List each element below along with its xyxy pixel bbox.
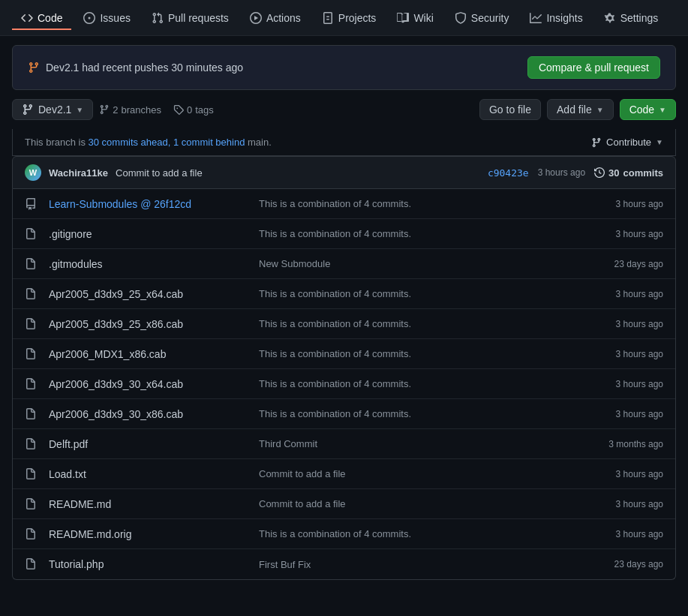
nav-label-pr: Pull requests [168,12,229,24]
branch-icon [28,62,40,74]
history-icon [594,167,605,178]
file-name[interactable]: Apr2006_d3dx9_30_x86.cab [49,408,259,420]
table-row: Learn-Submodules @ 26f12cdThis is a comb… [13,189,675,219]
file-name[interactable]: Delft.pdf [49,438,259,450]
nav-item-issues[interactable]: Issues [74,6,139,30]
commit-hash[interactable]: c90423e [488,167,529,179]
nav-label-issues: Issues [100,12,130,24]
nav-label-actions: Actions [266,12,301,24]
file-time: 3 hours ago [616,469,663,479]
branch-count: 2 [113,104,118,116]
branch-status-suffix: main. [248,137,272,148]
file-icon [25,318,49,330]
go-to-file-button[interactable]: Go to file [479,99,541,120]
file-time: 3 hours ago [616,349,663,359]
file-table: Learn-Submodules @ 26f12cdThis is a comb… [12,189,676,580]
table-row: Apr2006_MDX1_x86.cabThis is a combinatio… [13,339,675,369]
nav-label-settings: Settings [620,12,659,24]
file-commit-message: Third Commit [259,438,608,449]
nav-item-settings[interactable]: Settings [595,6,668,30]
branch-meta: 2 branches 0 tags [99,104,214,116]
compare-pull-request-button[interactable]: Compare & pull request [527,56,660,79]
file-commit-message: New Submodule [259,258,614,269]
nav-item-projects[interactable]: Projects [313,6,386,30]
file-time: 23 days ago [614,259,663,269]
commits-ahead-link[interactable]: 30 commits ahead, [89,137,171,148]
commit-author[interactable]: Wachira11ke [49,167,108,179]
table-row: Load.txtCommit to add a file3 hours ago [13,459,675,489]
file-commit-message: This is a combination of 4 commits. [259,198,616,209]
file-name[interactable]: Apr2005_d3dx9_25_x64.cab [49,288,259,300]
add-file-button[interactable]: Add file ▼ [547,99,614,120]
branch-selector-button[interactable]: Dev2.1 ▼ [12,99,93,120]
file-name[interactable]: Learn-Submodules @ 26f12cd [49,198,259,210]
file-commit-message: This is a combination of 4 commits. [259,288,616,299]
file-icon [25,408,49,420]
file-icon [25,378,49,390]
branch-label: branches [122,104,161,116]
branches-meta-icon [99,104,110,115]
commit-info-right: c90423e 3 hours ago 30 commits [488,167,663,179]
table-row: Apr2006_d3dx9_30_x86.cabThis is a combin… [13,399,675,429]
table-row: Delft.pdfThird Commit3 months ago [13,429,675,459]
table-row: Tutorial.phpFirst Buf Fix23 days ago [13,549,675,579]
play-icon [250,12,262,24]
add-file-label: Add file [557,104,592,116]
banner-text: Dev2.1 had recent pushes 30 minutes ago [28,62,243,74]
nav-item-security[interactable]: Security [446,6,518,30]
file-commit-message: First Buf Fix [259,559,614,570]
file-name[interactable]: README.md [49,498,259,510]
branch-right: Go to file Add file ▼ Code ▼ [479,99,676,120]
file-name[interactable]: .gitmodules [49,258,259,270]
submodule-icon [25,198,49,210]
file-commit-message: This is a combination of 4 commits. [259,408,616,419]
file-commit-message: Commit to add a file [259,498,616,509]
contribute-button[interactable]: Contribute ▼ [591,137,663,148]
avatar: W [25,164,41,181]
nav-label-code: Code [38,12,62,24]
nav-item-wiki[interactable]: Wiki [388,6,442,30]
code-label: Code [629,104,654,116]
commit-time: 3 hours ago [538,167,585,178]
file-name[interactable]: Load.txt [49,468,259,480]
commits-count: 30 commits [594,167,663,179]
file-commit-message: This is a combination of 4 commits. [259,318,616,329]
table-row: Apr2006_d3dx9_30_x64.cabThis is a combin… [13,369,675,399]
tags-link[interactable]: 0 tags [173,104,214,116]
branch-bar: Dev2.1 ▼ 2 branches 0 tags Go to file Ad [12,99,676,120]
file-commit-message: This is a combination of 4 commits. [259,348,616,359]
issue-icon [83,12,95,24]
branch-left: Dev2.1 ▼ 2 branches 0 tags [12,99,214,120]
nav-item-code[interactable]: Code [12,6,71,30]
file-time: 3 hours ago [616,379,663,389]
nav-item-pull-requests[interactable]: Pull requests [143,6,238,30]
file-commit-message: This is a combination of 4 commits. [259,378,616,389]
branch-status-text: This branch is 30 commits ahead, 1 commi… [25,137,272,148]
nav-label-security: Security [471,12,509,24]
file-time: 3 hours ago [616,199,663,209]
file-icon [25,258,49,270]
file-time: 3 hours ago [616,229,663,239]
nav-item-insights[interactable]: Insights [521,6,591,30]
commits-behind-link[interactable]: 1 commit behind [173,137,245,148]
table-row: README.md.origThis is a combination of 4… [13,519,675,549]
branch-selector-icon [22,104,34,116]
code-button[interactable]: Code ▼ [620,99,676,120]
file-name[interactable]: Apr2006_MDX1_x86.cab [49,348,259,360]
shield-icon [455,12,467,24]
contribute-chevron-icon: ▼ [656,138,663,146]
file-name[interactable]: Apr2005_d3dx9_25_x86.cab [49,318,259,330]
table-row: Apr2005_d3dx9_25_x86.cabThis is a combin… [13,309,675,339]
contribute-icon [591,137,602,148]
grid-icon [322,12,334,24]
table-row: .gitmodulesNew Submodule23 days ago [13,249,675,279]
file-time: 3 hours ago [616,289,663,299]
file-name[interactable]: Tutorial.php [49,558,259,570]
nav-item-actions[interactable]: Actions [241,6,310,30]
branches-link[interactable]: 2 branches [99,104,161,116]
file-name[interactable]: Apr2006_d3dx9_30_x64.cab [49,378,259,390]
file-name[interactable]: README.md.orig [49,528,259,540]
file-time: 3 months ago [608,439,663,449]
file-commit-message: This is a combination of 4 commits. [259,228,616,239]
file-name[interactable]: .gitignore [49,228,259,240]
